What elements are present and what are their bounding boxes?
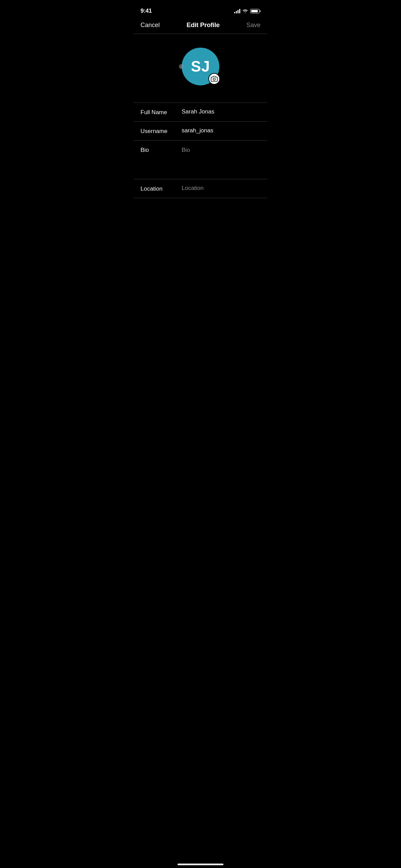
location-input[interactable]	[182, 185, 260, 192]
camera-icon	[211, 75, 218, 82]
username-label: Username	[141, 127, 182, 135]
page-title: Edit Profile	[186, 21, 220, 29]
wifi-icon	[242, 9, 248, 13]
camera-button[interactable]	[208, 73, 220, 85]
svg-point-0	[213, 78, 216, 81]
avatar-initials: SJ	[191, 58, 210, 75]
location-row: Location	[134, 179, 267, 198]
signal-icon	[234, 9, 240, 13]
status-icons	[234, 9, 260, 13]
username-row: Username	[134, 122, 267, 141]
nav-bar: Cancel Edit Profile Save	[134, 17, 267, 34]
status-time: 9:41	[141, 8, 152, 14]
cancel-button[interactable]: Cancel	[141, 22, 160, 29]
save-button[interactable]: Save	[246, 22, 260, 29]
bio-label: Bio	[141, 146, 182, 154]
full-name-input[interactable]	[182, 108, 260, 115]
status-bar: 9:41	[134, 0, 267, 17]
avatar-section: SJ	[134, 34, 267, 103]
bio-row: Bio	[134, 141, 267, 179]
full-name-row: Full Name	[134, 103, 267, 122]
bio-input[interactable]	[182, 146, 260, 173]
username-input[interactable]	[182, 127, 260, 134]
full-name-label: Full Name	[141, 108, 182, 116]
edit-dot-indicator	[179, 64, 184, 69]
form-section: Full Name Username Bio Location	[134, 103, 267, 198]
location-label: Location	[141, 185, 182, 192]
battery-icon	[250, 9, 260, 13]
avatar-wrapper[interactable]: SJ	[182, 48, 219, 85]
